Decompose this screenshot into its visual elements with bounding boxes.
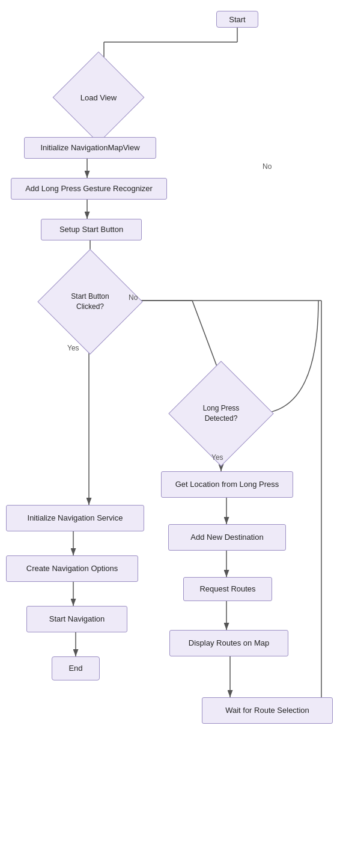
no-label-start: No: [129, 293, 138, 302]
yes-label-start: Yes: [67, 344, 79, 352]
arrows-layer: [0, 0, 340, 868]
end-node: End: [52, 656, 100, 680]
add-destination-node: Add New Destination: [168, 524, 286, 551]
add-long-press-node: Add Long Press Gesture Recognizer: [11, 178, 167, 200]
wait-for-route-node: Wait for Route Selection: [202, 697, 333, 724]
start-clicked-node: Start ButtonClicked?: [53, 264, 127, 339]
display-routes-node: Display Routes on Map: [169, 630, 288, 656]
yes-label-long-press: Yes: [211, 453, 223, 462]
init-nav-map-node: Initialize NavigationMapView: [24, 137, 156, 159]
request-routes-node: Request Routes: [183, 577, 272, 601]
create-nav-options-node: Create Navigation Options: [6, 555, 138, 582]
get-location-node: Get Location from Long Press: [161, 471, 293, 498]
load-view-node: Load View: [66, 65, 131, 130]
start-navigation-node: Start Navigation: [26, 606, 127, 632]
setup-start-node: Setup Start Button: [41, 219, 142, 240]
init-nav-service-node: Initialize Navigation Service: [6, 505, 144, 531]
flowchart: Start Load View Initialize NavigationMap…: [0, 0, 340, 868]
long-press-detected-node: Long PressDetected?: [184, 376, 258, 451]
start-node: Start: [216, 11, 258, 28]
no-label-far-right: No: [263, 162, 272, 171]
